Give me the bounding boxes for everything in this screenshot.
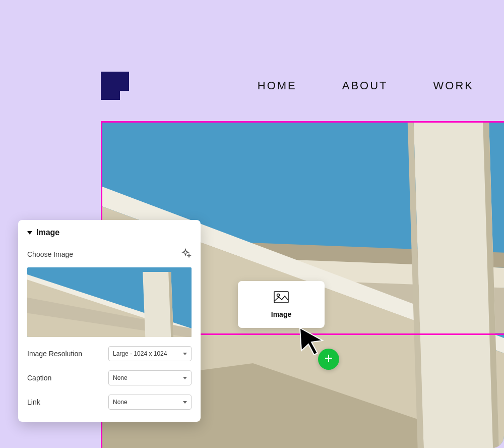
svg-rect-10 (274, 292, 288, 303)
panel-header[interactable]: Image (27, 228, 192, 237)
resolution-select[interactable]: Large - 1024 x 1024 (108, 346, 192, 361)
nav-home[interactable]: HOME (258, 79, 297, 92)
caption-label: Caption (27, 374, 51, 382)
nav-work[interactable]: WORK (433, 79, 474, 92)
add-block-button[interactable] (318, 349, 339, 370)
caption-value: None (113, 374, 128, 381)
link-label: Link (27, 398, 40, 406)
image-tooltip-label: Image (271, 310, 291, 318)
choose-image-row: Choose Image (27, 248, 192, 260)
image-icon (274, 291, 289, 305)
ai-sparkle-icon[interactable] (181, 248, 192, 260)
link-value: None (113, 399, 128, 406)
image-thumbnail[interactable] (27, 267, 192, 337)
collapse-caret-icon (27, 228, 32, 237)
image-settings-panel: Image Choose Image Image Resolution Larg… (18, 220, 201, 422)
link-select[interactable]: None (108, 395, 192, 410)
plus-icon (324, 354, 333, 365)
resolution-value: Large - 1024 x 1024 (113, 350, 167, 357)
link-row: Link None (27, 395, 192, 410)
nav-about[interactable]: ABOUT (342, 79, 388, 92)
chevron-down-icon (183, 350, 187, 357)
main-nav: HOME ABOUT WORK (258, 79, 484, 92)
logo-icon (101, 72, 129, 100)
caption-select[interactable]: None (108, 370, 192, 385)
chevron-down-icon (183, 374, 187, 381)
site-header: HOME ABOUT WORK (101, 71, 484, 101)
svg-point-11 (277, 294, 280, 296)
chevron-down-icon (183, 399, 187, 406)
resolution-row: Image Resolution Large - 1024 x 1024 (27, 346, 192, 361)
choose-image-label: Choose Image (27, 250, 73, 258)
panel-title: Image (36, 228, 59, 237)
caption-row: Caption None (27, 370, 192, 385)
image-block-tooltip[interactable]: Image (238, 281, 325, 328)
resolution-label: Image Resolution (27, 350, 82, 358)
